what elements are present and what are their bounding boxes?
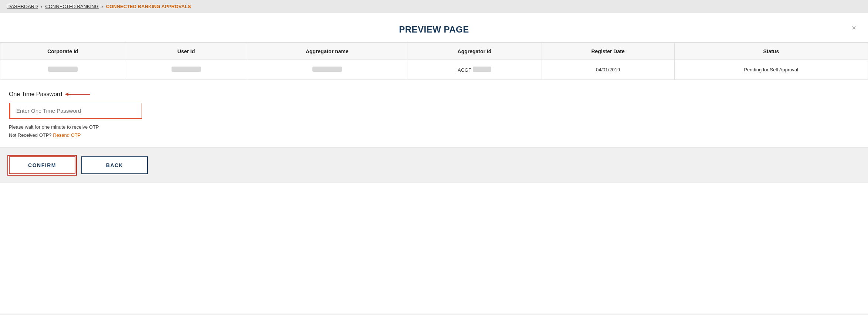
- col-header-status: Status: [674, 43, 868, 60]
- cell-corporate-id: [0, 60, 125, 80]
- page-title-area: PREVIEW PAGE ×: [0, 13, 868, 43]
- otp-hint: Please wait for one minute to receive OT…: [9, 123, 859, 139]
- otp-input[interactable]: [9, 103, 142, 119]
- otp-label: One Time Password: [9, 91, 62, 98]
- col-header-register-date: Register Date: [542, 43, 674, 60]
- resend-otp-link[interactable]: Resend OTP: [53, 132, 81, 138]
- cell-register-date: 04/01/2019: [542, 60, 674, 80]
- preview-table: Corporate Id User Id Aggregator name Agg…: [0, 43, 868, 80]
- footer-buttons: CONFIRM BACK: [0, 148, 868, 183]
- back-button[interactable]: BACK: [81, 156, 148, 174]
- arrow-icon: [67, 94, 90, 95]
- chevron-icon-2: ›: [102, 4, 103, 9]
- page-title: PREVIEW PAGE: [7, 24, 861, 35]
- chevron-icon-1: ›: [41, 4, 42, 9]
- col-header-aggregator-name: Aggregator name: [247, 43, 407, 60]
- cell-aggregator-name: [247, 60, 407, 80]
- table-row: AGGF 04/01/2019 Pending for Self Approva…: [0, 60, 868, 80]
- confirm-button[interactable]: CONFIRM: [9, 156, 75, 174]
- col-header-user-id: User Id: [125, 43, 247, 60]
- breadcrumb-dashboard[interactable]: DASHBOARD: [7, 4, 38, 9]
- cell-aggregator-id: AGGF: [407, 60, 542, 80]
- cell-status: Pending for Self Approval: [674, 60, 868, 80]
- breadcrumb-connected-banking[interactable]: CONNECTED BANKING: [45, 4, 98, 9]
- cell-user-id: [125, 60, 247, 80]
- otp-section: One Time Password Please wait for one mi…: [0, 80, 868, 147]
- col-header-corporate-id: Corporate Id: [0, 43, 125, 60]
- otp-hint-line1: Please wait for one minute to receive OT…: [9, 123, 859, 131]
- breadcrumb: DASHBOARD › CONNECTED BANKING › CONNECTE…: [0, 0, 868, 13]
- main-container: PREVIEW PAGE × Corporate Id User Id Aggr…: [0, 13, 868, 314]
- close-button[interactable]: ×: [849, 22, 859, 34]
- otp-hint-line2: Not Received OTP? Resend OTP: [9, 131, 859, 139]
- breadcrumb-approvals[interactable]: CONNECTED BANKING APPROVALS: [106, 4, 191, 9]
- otp-label-row: One Time Password: [9, 91, 859, 98]
- col-header-aggregator-id: Aggregator Id: [407, 43, 542, 60]
